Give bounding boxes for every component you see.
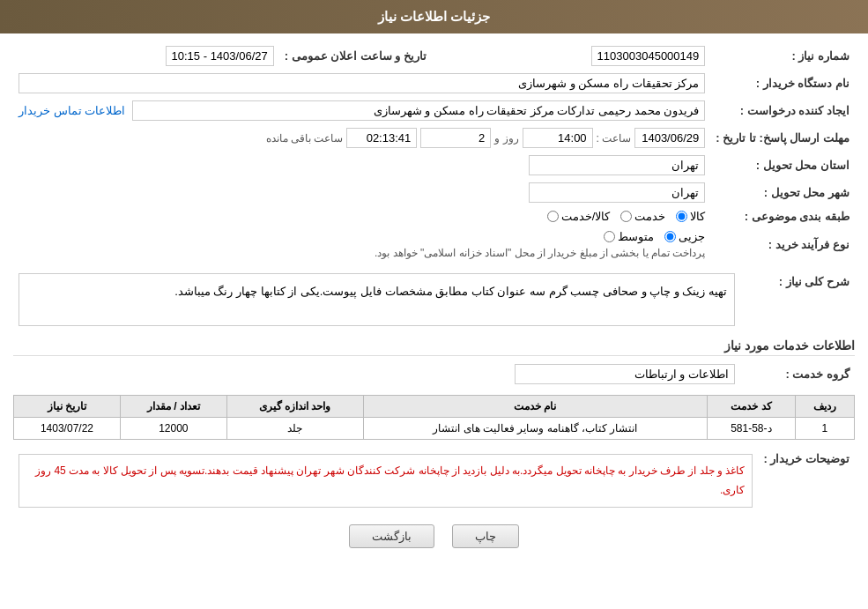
- col-service-code: کد خدمت: [708, 396, 795, 418]
- city-value-cell: تهران: [13, 179, 710, 206]
- row-buyer-name: نام دستگاه خریدار : مرکز تحقیقات راه مسک…: [13, 70, 855, 97]
- response-deadline-value-cell: 1403/06/29 ساعت : 14:00 روز و 2 02:13:41…: [13, 124, 710, 152]
- buyer-notes-label: توضیحات خریدار :: [758, 447, 855, 511]
- buyer-notes-value-cell: کاغذ و جلد از طرف خریدار به چاپخانه تحوی…: [13, 447, 758, 511]
- services-table: ردیف کد خدمت نام خدمت واحد اندازه گیری ت…: [13, 395, 855, 440]
- process-option-jozi[interactable]: جزیی: [664, 230, 705, 243]
- category-option-kala[interactable]: کالا: [676, 210, 705, 223]
- content-area: شماره نیاز : 1103003045000149 تاریخ و سا…: [0, 33, 868, 570]
- print-button[interactable]: چاپ: [452, 524, 519, 548]
- table-cell: 12000: [120, 418, 226, 440]
- table-cell: د-58-581: [708, 418, 795, 440]
- process-note: پرداخت تمام یا بخشی از مبلغ خریدار از مح…: [19, 247, 705, 259]
- process-type-value-cell: جزیی متوسط پرداخت تمام یا بخشی از مبلغ خ…: [13, 227, 710, 263]
- description-table: شرح کلی نیاز : تهیه زینک و چاپ و صحافی چ…: [13, 270, 855, 330]
- response-remaining: 02:13:41: [346, 128, 417, 148]
- row-description: شرح کلی نیاز : تهیه زینک و چاپ و صحافی چ…: [13, 270, 855, 330]
- service-group-label: گروه خدمت :: [740, 360, 855, 388]
- response-date: 1403/06/29: [634, 128, 705, 148]
- row-city: شهر محل تحویل : تهران: [13, 179, 855, 206]
- creator-value-cell: فریدون محمد رحیمی تدارکات مرکز تحقیقات ر…: [13, 97, 710, 124]
- process-radio-motavasset[interactable]: [604, 231, 615, 242]
- need-number-value-cell: 1103003045000149: [432, 42, 710, 70]
- process-radio-jozi[interactable]: [664, 231, 676, 242]
- info-table: شماره نیاز : 1103003045000149 تاریخ و سا…: [13, 42, 855, 263]
- service-group-value: اطلاعات و ارتباطات: [515, 364, 735, 384]
- services-section-title: اطلاعات خدمات مورد نیاز: [13, 338, 855, 356]
- buyer-name-label: نام دستگاه خریدار :: [710, 70, 855, 97]
- category-label: طبقه بندی موضوعی :: [710, 206, 855, 227]
- process-option-motavasset[interactable]: متوسط: [604, 230, 654, 243]
- province-value: تهران: [529, 155, 705, 175]
- process-option-jozi-label: جزیی: [679, 230, 705, 243]
- need-number-label: شماره نیاز :: [710, 42, 855, 70]
- category-option-kala-label: کالا: [690, 210, 705, 223]
- category-value-cell: کالا خدمت کالا/خدمت: [13, 206, 710, 227]
- buyer-name-value: مرکز تحقیقات راه مسکن و شهرسازی: [19, 73, 705, 93]
- response-time-label: ساعت :: [597, 132, 632, 145]
- description-value-cell: تهیه زینک و چاپ و صحافی چسب گرم سه عنوان…: [13, 270, 740, 330]
- row-need-number: شماره نیاز : 1103003045000149 تاریخ و سا…: [13, 42, 855, 70]
- col-row-num: ردیف: [795, 396, 854, 418]
- services-table-header: ردیف کد خدمت نام خدمت واحد اندازه گیری ت…: [14, 396, 855, 418]
- process-radio-group: جزیی متوسط: [19, 230, 705, 243]
- creator-value: فریدون محمد رحیمی تدارکات مرکز تحقیقات ر…: [132, 100, 705, 121]
- page-container: جزئیات اطلاعات نیاز شماره نیاز : 1103003…: [0, 0, 868, 609]
- category-radio-khadamat[interactable]: [620, 211, 632, 222]
- buyer-notes-table: توضیحات خریدار : کاغذ و جلد از طرف خریدا…: [13, 447, 855, 511]
- col-service-name: نام خدمت: [363, 396, 708, 418]
- description-label: شرح کلی نیاز :: [740, 270, 855, 330]
- announce-datetime-label: تاریخ و ساعت اعلان عمومی :: [279, 42, 432, 70]
- service-group-table: گروه خدمت : اطلاعات و ارتباطات: [13, 360, 855, 388]
- city-value: تهران: [529, 182, 705, 203]
- row-buyer-notes: توضیحات خریدار : کاغذ و جلد از طرف خریدا…: [13, 447, 855, 511]
- table-cell: جلد: [226, 418, 363, 440]
- category-radio-group: کالا خدمت کالا/خدمت: [19, 210, 705, 223]
- process-type-label: نوع فرآیند خرید :: [710, 227, 855, 263]
- response-deadline-label: مهلت ارسال پاسخ: تا تاریخ :: [710, 124, 855, 152]
- category-option-khadamat[interactable]: خدمت: [620, 210, 665, 223]
- city-label: شهر محل تحویل :: [710, 179, 855, 206]
- province-label: استان محل تحویل :: [710, 152, 855, 179]
- row-province: استان محل تحویل : تهران: [13, 152, 855, 179]
- category-option-kala-khadamat[interactable]: کالا/خدمت: [547, 210, 611, 223]
- row-category: طبقه بندی موضوعی : کالا خدمت کالا/خدمت: [13, 206, 855, 227]
- category-radio-kala[interactable]: [676, 211, 687, 222]
- announce-datetime-value-cell: 1403/06/27 - 10:15: [13, 42, 279, 70]
- bottom-buttons: بازگشت چاپ: [13, 524, 855, 548]
- back-button[interactable]: بازگشت: [349, 524, 434, 548]
- table-cell: 1403/07/22: [14, 418, 121, 440]
- row-service-group: گروه خدمت : اطلاعات و ارتباطات: [13, 360, 855, 388]
- response-time: 14:00: [523, 128, 593, 148]
- services-table-header-row: ردیف کد خدمت نام خدمت واحد اندازه گیری ت…: [14, 396, 855, 418]
- col-unit: واحد اندازه گیری: [226, 396, 363, 418]
- table-row: 1د-58-581انتشار کتاب، گاهنامه وسایر فعال…: [14, 418, 855, 440]
- row-creator: ایجاد کننده درخواست : فریدون محمد رحیمی …: [13, 97, 855, 124]
- process-option-motavasset-label: متوسط: [618, 230, 654, 243]
- page-title: جزئیات اطلاعات نیاز: [378, 9, 490, 24]
- response-days-label: روز و: [494, 132, 518, 145]
- response-days: 2: [420, 128, 491, 148]
- table-cell: انتشار کتاب، گاهنامه وسایر فعالیت های ان…: [363, 418, 708, 440]
- row-process-type: نوع فرآیند خرید : جزیی متوسط: [13, 227, 855, 263]
- creator-contact-link[interactable]: اطلاعات تماس خریدار: [19, 104, 125, 117]
- service-group-value-cell: اطلاعات و ارتباطات: [13, 360, 740, 388]
- col-quantity: تعداد / مقدار: [120, 396, 226, 418]
- need-number-value: 1103003045000149: [591, 46, 706, 66]
- response-remaining-label: ساعت باقی مانده: [266, 132, 344, 145]
- row-response-deadline: مهلت ارسال پاسخ: تا تاریخ : 1403/06/29 س…: [13, 124, 855, 152]
- services-table-body: 1د-58-581انتشار کتاب، گاهنامه وسایر فعال…: [14, 418, 855, 440]
- category-radio-kala-khadamat[interactable]: [547, 211, 559, 222]
- province-value-cell: تهران: [13, 152, 710, 179]
- buyer-notes-text: کاغذ و جلد از طرف خریدار به چاپخانه تحوی…: [19, 454, 753, 508]
- category-option-khadamat-label: خدمت: [634, 210, 665, 223]
- description-text: تهیه زینک و چاپ و صحافی چسب گرم سه عنوان…: [19, 273, 735, 326]
- page-header: جزئیات اطلاعات نیاز: [0, 0, 868, 33]
- category-option-kala-khadamat-label: کالا/خدمت: [561, 210, 611, 223]
- buyer-name-value-cell: مرکز تحقیقات راه مسکن و شهرسازی: [13, 70, 710, 97]
- table-cell: 1: [795, 418, 854, 440]
- creator-label: ایجاد کننده درخواست :: [710, 97, 855, 124]
- announce-datetime-value: 1403/06/27 - 10:15: [166, 46, 274, 66]
- col-date: تاریخ نیاز: [14, 396, 121, 418]
